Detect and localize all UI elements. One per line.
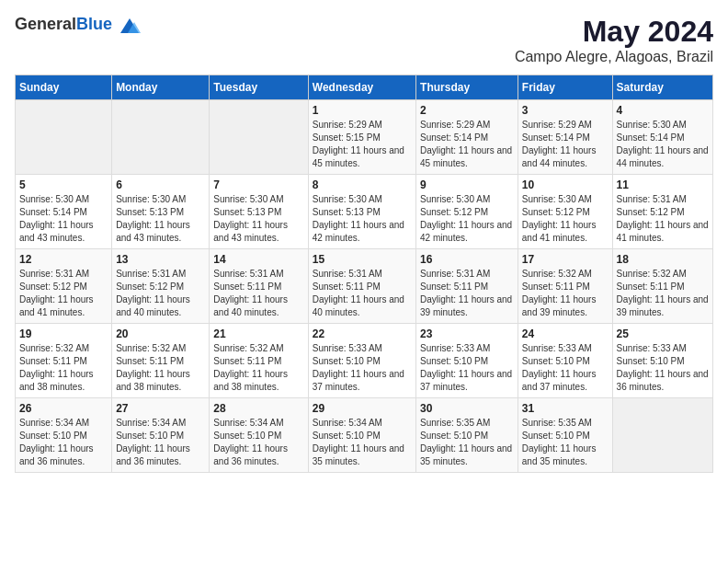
day-number: 5 (19, 178, 108, 191)
calendar-cell: 24Sunrise: 5:33 AMSunset: 5:10 PMDayligh… (518, 324, 612, 398)
calendar-cell: 6Sunrise: 5:30 AMSunset: 5:13 PMDaylight… (112, 175, 210, 249)
day-info: Sunrise: 5:30 AMSunset: 5:13 PMDaylight:… (313, 193, 412, 245)
calendar-cell: 22Sunrise: 5:33 AMSunset: 5:10 PMDayligh… (308, 324, 415, 398)
calendar-cell: 18Sunrise: 5:32 AMSunset: 5:11 PMDayligh… (612, 249, 712, 324)
day-number: 9 (420, 178, 514, 191)
day-number: 28 (213, 402, 303, 415)
day-number: 30 (420, 402, 514, 415)
day-info: Sunrise: 5:31 AMSunset: 5:12 PMDaylight:… (617, 193, 709, 245)
day-number: 24 (522, 327, 609, 340)
day-number: 27 (116, 402, 205, 415)
day-info: Sunrise: 5:34 AMSunset: 5:10 PMDaylight:… (313, 417, 412, 468)
day-number: 18 (617, 253, 709, 266)
day-info: Sunrise: 5:30 AMSunset: 5:14 PMDaylight:… (19, 193, 108, 245)
calendar-cell: 25Sunrise: 5:33 AMSunset: 5:10 PMDayligh… (612, 324, 712, 398)
day-info: Sunrise: 5:34 AMSunset: 5:10 PMDaylight:… (213, 417, 303, 468)
calendar-cell: 3Sunrise: 5:29 AMSunset: 5:14 PMDaylight… (518, 100, 612, 175)
logo: GeneralBlue (15, 15, 141, 35)
day-info: Sunrise: 5:34 AMSunset: 5:10 PMDaylight:… (19, 417, 108, 468)
day-number: 11 (617, 178, 709, 191)
calendar-week-row: 26Sunrise: 5:34 AMSunset: 5:10 PMDayligh… (16, 398, 713, 473)
calendar-cell: 29Sunrise: 5:34 AMSunset: 5:10 PMDayligh… (308, 398, 415, 473)
weekday-header-thursday: Thursday (416, 75, 518, 100)
calendar-cell: 7Sunrise: 5:30 AMSunset: 5:13 PMDaylight… (210, 175, 308, 249)
calendar-cell: 28Sunrise: 5:34 AMSunset: 5:10 PMDayligh… (210, 398, 308, 473)
calendar-cell: 9Sunrise: 5:30 AMSunset: 5:12 PMDaylight… (416, 175, 518, 249)
day-info: Sunrise: 5:29 AMSunset: 5:14 PMDaylight:… (420, 119, 514, 170)
day-number: 23 (420, 327, 514, 340)
day-number: 19 (19, 327, 108, 340)
day-number: 22 (313, 327, 412, 340)
day-number: 13 (116, 253, 205, 266)
calendar-cell: 19Sunrise: 5:32 AMSunset: 5:11 PMDayligh… (16, 324, 112, 398)
calendar-header: SundayMondayTuesdayWednesdayThursdayFrid… (16, 75, 713, 100)
calendar-cell: 4Sunrise: 5:30 AMSunset: 5:14 PMDaylight… (612, 100, 712, 175)
calendar-cell: 2Sunrise: 5:29 AMSunset: 5:14 PMDaylight… (416, 100, 518, 175)
title-area: May 2024 Campo Alegre, Alagoas, Brazil (515, 15, 713, 65)
day-info: Sunrise: 5:31 AMSunset: 5:12 PMDaylight:… (19, 268, 108, 319)
page-subtitle: Campo Alegre, Alagoas, Brazil (515, 49, 713, 65)
calendar-cell: 16Sunrise: 5:31 AMSunset: 5:11 PMDayligh… (416, 249, 518, 324)
calendar-cell: 31Sunrise: 5:35 AMSunset: 5:10 PMDayligh… (518, 398, 612, 473)
day-number: 3 (522, 104, 609, 117)
calendar-cell: 21Sunrise: 5:32 AMSunset: 5:11 PMDayligh… (210, 324, 308, 398)
day-number: 16 (420, 253, 514, 266)
calendar-cell (612, 398, 712, 473)
calendar-cell: 17Sunrise: 5:32 AMSunset: 5:11 PMDayligh… (518, 249, 612, 324)
logo-text: GeneralBlue (15, 15, 141, 35)
day-number: 1 (313, 104, 412, 117)
day-info: Sunrise: 5:30 AMSunset: 5:13 PMDaylight:… (116, 193, 205, 245)
day-info: Sunrise: 5:35 AMSunset: 5:10 PMDaylight:… (420, 417, 514, 468)
logo-general: GeneralBlue (15, 17, 117, 32)
day-number: 2 (420, 104, 514, 117)
calendar-cell: 30Sunrise: 5:35 AMSunset: 5:10 PMDayligh… (416, 398, 518, 473)
day-info: Sunrise: 5:31 AMSunset: 5:11 PMDaylight:… (313, 268, 412, 319)
day-info: Sunrise: 5:29 AMSunset: 5:15 PMDaylight:… (313, 119, 412, 170)
day-number: 20 (116, 327, 205, 340)
calendar-cell (112, 100, 210, 175)
calendar-cell: 12Sunrise: 5:31 AMSunset: 5:12 PMDayligh… (16, 249, 112, 324)
day-info: Sunrise: 5:30 AMSunset: 5:12 PMDaylight:… (522, 193, 609, 245)
day-info: Sunrise: 5:33 AMSunset: 5:10 PMDaylight:… (420, 342, 514, 394)
day-info: Sunrise: 5:34 AMSunset: 5:10 PMDaylight:… (116, 417, 205, 468)
weekday-header-sunday: Sunday (16, 75, 112, 100)
day-number: 25 (617, 327, 709, 340)
day-info: Sunrise: 5:32 AMSunset: 5:11 PMDaylight:… (522, 268, 609, 319)
calendar-cell: 15Sunrise: 5:31 AMSunset: 5:11 PMDayligh… (308, 249, 415, 324)
day-number: 7 (213, 178, 303, 191)
day-info: Sunrise: 5:30 AMSunset: 5:14 PMDaylight:… (617, 119, 709, 170)
calendar-cell: 14Sunrise: 5:31 AMSunset: 5:11 PMDayligh… (210, 249, 308, 324)
day-info: Sunrise: 5:35 AMSunset: 5:10 PMDaylight:… (522, 417, 609, 468)
weekday-header-row: SundayMondayTuesdayWednesdayThursdayFrid… (16, 75, 713, 100)
day-number: 26 (19, 402, 108, 415)
day-number: 31 (522, 402, 609, 415)
day-info: Sunrise: 5:32 AMSunset: 5:11 PMDaylight:… (116, 342, 205, 394)
day-info: Sunrise: 5:32 AMSunset: 5:11 PMDaylight:… (213, 342, 303, 394)
calendar-cell: 1Sunrise: 5:29 AMSunset: 5:15 PMDaylight… (308, 100, 415, 175)
day-info: Sunrise: 5:33 AMSunset: 5:10 PMDaylight:… (522, 342, 609, 394)
calendar-week-row: 19Sunrise: 5:32 AMSunset: 5:11 PMDayligh… (16, 324, 713, 398)
calendar-cell: 13Sunrise: 5:31 AMSunset: 5:12 PMDayligh… (112, 249, 210, 324)
day-number: 21 (213, 327, 303, 340)
day-info: Sunrise: 5:32 AMSunset: 5:11 PMDaylight:… (617, 268, 709, 319)
day-number: 29 (313, 402, 412, 415)
weekday-header-monday: Monday (112, 75, 210, 100)
weekday-header-tuesday: Tuesday (210, 75, 308, 100)
page-title: May 2024 (515, 15, 713, 49)
calendar-cell: 5Sunrise: 5:30 AMSunset: 5:14 PMDaylight… (16, 175, 112, 249)
calendar-cell: 20Sunrise: 5:32 AMSunset: 5:11 PMDayligh… (112, 324, 210, 398)
day-info: Sunrise: 5:31 AMSunset: 5:11 PMDaylight:… (213, 268, 303, 319)
day-number: 14 (213, 253, 303, 266)
day-info: Sunrise: 5:29 AMSunset: 5:14 PMDaylight:… (522, 119, 609, 170)
day-info: Sunrise: 5:33 AMSunset: 5:10 PMDaylight:… (313, 342, 412, 394)
day-info: Sunrise: 5:31 AMSunset: 5:11 PMDaylight:… (420, 268, 514, 319)
calendar-cell: 27Sunrise: 5:34 AMSunset: 5:10 PMDayligh… (112, 398, 210, 473)
day-info: Sunrise: 5:31 AMSunset: 5:12 PMDaylight:… (116, 268, 205, 319)
calendar-cell: 26Sunrise: 5:34 AMSunset: 5:10 PMDayligh… (16, 398, 112, 473)
calendar-week-row: 12Sunrise: 5:31 AMSunset: 5:12 PMDayligh… (16, 249, 713, 324)
day-info: Sunrise: 5:32 AMSunset: 5:11 PMDaylight:… (19, 342, 108, 394)
calendar-cell: 23Sunrise: 5:33 AMSunset: 5:10 PMDayligh… (416, 324, 518, 398)
calendar-cell (16, 100, 112, 175)
calendar-week-row: 1Sunrise: 5:29 AMSunset: 5:15 PMDaylight… (16, 100, 713, 175)
weekday-header-saturday: Saturday (612, 75, 712, 100)
